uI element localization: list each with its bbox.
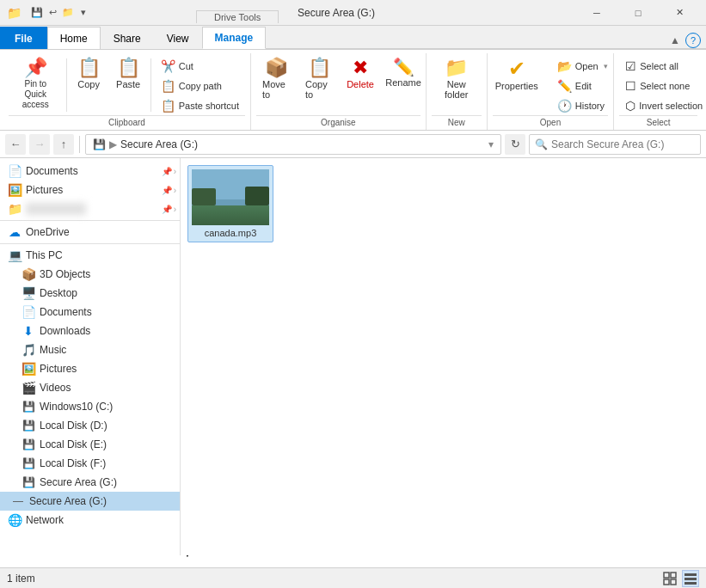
quick-undo-btn[interactable]: ↩ [46, 6, 59, 20]
organise-label: Organise [256, 115, 421, 130]
sidebar-item-locale[interactable]: 💾 Local Disk (E:) [0, 435, 180, 454]
maximize-btn[interactable]: □ [618, 0, 658, 26]
tab-view[interactable]: View [154, 27, 202, 49]
edit-icon: ✏️ [557, 79, 572, 93]
ribbon-sep-2 [150, 58, 151, 112]
sidebar-item-downloads[interactable]: ⬇ Downloads [0, 322, 180, 340]
tab-file[interactable]: File [0, 27, 47, 49]
tab-share[interactable]: Share [101, 27, 154, 49]
file-name-canada: canada.mp3 [205, 228, 257, 238]
locale-icon: 💾 [21, 437, 36, 452]
sidebar-item-3dobjects[interactable]: 📦 3D Objects [0, 265, 180, 284]
window-controls: ─ □ ✕ [577, 0, 699, 26]
sidebar-pin-area-3: 📌 › [162, 205, 176, 214]
close-btn[interactable]: ✕ [660, 0, 699, 26]
sidebar-item-secureg-selected[interactable]: — Secure Area (G:) [0, 492, 180, 511]
svg-rect-2 [192, 188, 216, 205]
copy-path-icon: 📋 [161, 79, 175, 93]
ribbon-collapse-btn[interactable]: ▲ [670, 34, 680, 46]
sidebar: 📄 Documents 📌 › 🖼️ Pictures 📌 › 📁 [0, 158, 181, 555]
sidebar-item-network[interactable]: 🌐 Network [0, 511, 180, 530]
up-btn[interactable]: ↑ [53, 134, 74, 155]
sidebar-item-documents2[interactable]: 📄 Documents [0, 303, 180, 322]
sidebar-item-pictures[interactable]: 🖼️ Pictures 📌 › [0, 181, 180, 199]
pin-quick-access-btn[interactable]: 📌 Pin to Quick access [9, 55, 63, 113]
localf-icon: 💾 [21, 456, 36, 471]
tab-home[interactable]: Home [47, 27, 101, 49]
select-group-content: ☑ Select all ☐ Select none ⬡ Invert sele… [619, 53, 697, 115]
secureg-selected-icon: — [10, 493, 26, 509]
breadcrumb-location: Secure Area (G:) [120, 138, 198, 150]
svg-rect-9 [664, 579, 669, 585]
new-label: New [432, 115, 482, 130]
window-location: Secure Area (G:) [298, 7, 375, 19]
select-all-btn[interactable]: ☑ Select all [619, 57, 706, 76]
forward-btn[interactable]: → [29, 134, 50, 155]
delete-btn[interactable]: ✖ Delete [342, 55, 378, 93]
paste-shortcut-btn[interactable]: 📋 Paste shortcut [155, 96, 245, 115]
open-col: 📂 Open ▾ ✏️ Edit 🕐 History [551, 55, 614, 115]
copy-to-btn[interactable]: 📋 Copy to [299, 55, 339, 103]
search-input[interactable] [551, 138, 695, 150]
history-btn[interactable]: 🕐 History [551, 96, 614, 115]
search-icon: 🔍 [535, 138, 548, 150]
ribbon-tabs-container: Drive Tools File Home Share View Manage … [0, 26, 706, 50]
open-btn[interactable]: 📂 Open ▾ [551, 57, 614, 76]
select-none-btn[interactable]: ☐ Select none [619, 77, 706, 95]
ribbon-tab-spacer [266, 48, 665, 49]
view-grid-btn[interactable] [661, 570, 678, 587]
organise-group-content: 📦 Move to 📋 Copy to ✖ Delete ✏️ Rename [256, 53, 421, 115]
copy-btn[interactable]: 📋 Copy [70, 55, 107, 93]
cut-btn[interactable]: ✂️ Cut [155, 57, 245, 76]
properties-btn[interactable]: ✔ Properties [493, 55, 541, 95]
sidebar-item-desktop[interactable]: 🖥️ Desktop [0, 284, 180, 303]
ribbon-tabs: File Home Share View Manage ▲ ? [0, 26, 706, 50]
edit-btn[interactable]: ✏️ Edit [551, 77, 614, 95]
quick-save-btn[interactable]: 💾 [30, 6, 44, 20]
customize-btn[interactable]: ▾ [77, 6, 90, 20]
downloads-icon: ⬇ [21, 323, 36, 339]
new-folder-btn[interactable]: 📁 New folder [432, 55, 482, 103]
tab-manage[interactable]: Manage [202, 27, 267, 49]
move-to-btn[interactable]: 📦 Move to [256, 55, 296, 103]
open-icon: 📂 [557, 59, 572, 73]
sidebar-item-locald[interactable]: 💾 Local Disk (D:) [0, 416, 180, 435]
sidebar-item-videos[interactable]: 🎬 Videos [0, 378, 180, 397]
file-area: AIZA GARBAR... canada.mp3 [181, 158, 706, 555]
sidebar-item-thispc[interactable]: 💻 This PC [0, 246, 180, 265]
sidebar-item-windows10c[interactable]: 💾 Windows10 (C:) [0, 397, 180, 416]
view-toggle [661, 570, 699, 587]
back-btn[interactable]: ← [5, 134, 26, 155]
search-bar[interactable]: 🔍 [529, 134, 701, 155]
sidebar-item-documents[interactable]: 📄 Documents 📌 › [0, 162, 180, 181]
file-item-canada[interactable]: AIZA GARBAR... canada.mp3 [187, 165, 273, 242]
invert-selection-btn[interactable]: ⬡ Invert selection [619, 96, 706, 115]
refresh-btn[interactable]: ↻ [505, 134, 525, 155]
open-group-content: ✔ Properties 📂 Open ▾ ✏️ Edit 🕐 History [493, 53, 608, 115]
app-icon: 📁 [7, 6, 21, 20]
minimize-btn[interactable]: ─ [577, 0, 617, 26]
quick-new-folder-btn[interactable]: 📁 [61, 6, 75, 20]
copy-path-btn[interactable]: 📋 Copy path [155, 77, 245, 95]
view-list-btn[interactable] [682, 570, 699, 587]
sidebar-item-onedrive[interactable]: ☁ OneDrive [0, 223, 180, 242]
paste-btn[interactable]: 📋 Paste [109, 55, 147, 93]
move-to-icon: 📦 [265, 58, 288, 77]
sidebar-item-localf[interactable]: 💾 Local Disk (F:) [0, 454, 180, 473]
paste-icon: 📋 [117, 58, 140, 77]
sidebar-divider-2 [0, 243, 180, 244]
select-label: Select [619, 115, 697, 130]
sidebar-item-music[interactable]: 🎵 Music [0, 340, 180, 359]
desktop-icon: 🖥️ [21, 285, 36, 301]
documents2-icon: 📄 [21, 304, 36, 320]
sidebar-item-secureg[interactable]: 💾 Secure Area (G:) [0, 473, 180, 492]
thispc-icon: 💻 [7, 248, 22, 263]
ribbon: 📌 Pin to Quick access 📋 Copy 📋 Paste ✂️ … [0, 50, 706, 131]
open-group: ✔ Properties 📂 Open ▾ ✏️ Edit 🕐 History [488, 53, 614, 130]
sidebar-item-hidden[interactable]: 📁 📌 › [0, 199, 180, 218]
rename-btn[interactable]: ✏️ Rename [382, 55, 425, 91]
sidebar-item-pictures2[interactable]: 🖼️ Pictures [0, 359, 180, 378]
network-icon: 🌐 [7, 512, 22, 528]
breadcrumb[interactable]: 💾 ▶ Secure Area (G:) ▾ [85, 134, 501, 155]
help-btn[interactable]: ? [685, 33, 701, 48]
